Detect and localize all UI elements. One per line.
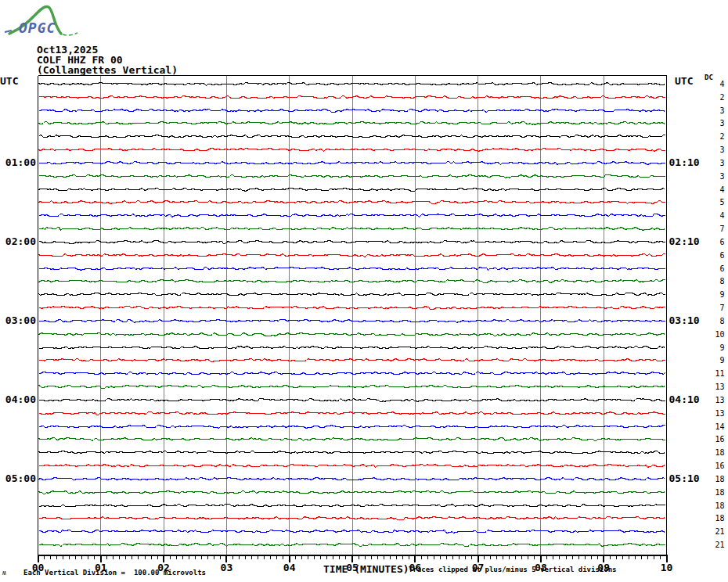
- dc-value: 14: [715, 422, 724, 431]
- helicorder-plot: 0001020304050607080910423323301:0001:103…: [0, 0, 728, 582]
- hour-label-right: 05:10: [669, 472, 700, 484]
- helicorder-page: OPGC Oct13,2025 COLF HHZ FR 00 (Collange…: [0, 0, 728, 582]
- dc-value: 18: [715, 448, 724, 457]
- dc-value: 6: [719, 251, 724, 260]
- x-tick-label: 10: [661, 562, 673, 573]
- x-tick-label: 03: [221, 562, 233, 573]
- dc-value: 13: [715, 383, 724, 391]
- time-axis-title: TIME (MINUTES): [323, 564, 409, 574]
- dc-value: 18: [715, 514, 724, 523]
- dc-value: 3: [719, 159, 724, 167]
- mini-waveform-glyph: ʍ: [2, 570, 6, 577]
- hour-label-left: 03:00: [5, 314, 36, 326]
- dc-value: 2: [719, 93, 724, 102]
- dc-value: 11: [715, 369, 724, 378]
- x-tick-label: 04: [283, 562, 296, 573]
- scale-note: Each Vertical Division = 100.00 microvol…: [23, 569, 206, 577]
- hour-label-left: 04:00: [5, 393, 36, 405]
- dc-value: 16: [715, 462, 724, 470]
- dc-value: 4: [719, 185, 724, 194]
- hour-label-left: 02:00: [5, 235, 36, 247]
- dc-value: 3: [719, 119, 724, 128]
- dc-value: 10: [715, 330, 724, 339]
- dc-value: 6: [719, 238, 724, 246]
- dc-value: 4: [719, 80, 724, 88]
- dc-value: 16: [715, 435, 724, 444]
- dc-value: 9: [719, 356, 724, 365]
- dc-value: 18: [715, 475, 724, 483]
- hour-label-right: 01:10: [669, 156, 700, 168]
- hour-label-left: 01:00: [5, 156, 36, 168]
- hour-label-right: 02:10: [669, 235, 700, 247]
- dc-value: 21: [715, 527, 724, 536]
- dc-value: 13: [715, 396, 724, 404]
- dc-value: 3: [719, 146, 724, 154]
- clip-note: Traces clipped at plus/minus 5 vertical …: [409, 566, 617, 573]
- dc-value: 8: [719, 317, 724, 325]
- dc-value: 13: [715, 409, 724, 418]
- dc-value: 9: [719, 290, 724, 299]
- dc-value: 4: [719, 211, 724, 220]
- dc-value: 3: [719, 172, 724, 181]
- dc-value: 9: [719, 343, 724, 352]
- dc-value: 3: [719, 106, 724, 115]
- dc-value: 5: [719, 198, 724, 207]
- dc-value: 8: [719, 277, 724, 286]
- hour-label-right: 04:10: [669, 393, 700, 405]
- dc-value: 2: [719, 132, 724, 141]
- hour-label-right: 03:10: [669, 314, 700, 326]
- dc-value: 7: [719, 304, 724, 312]
- dc-value: 21: [715, 541, 724, 549]
- dc-value: 18: [715, 488, 724, 497]
- dc-value: 6: [719, 264, 724, 273]
- dc-value: 18: [715, 501, 724, 510]
- hour-label-left: 05:00: [5, 472, 36, 484]
- dc-value: 7: [719, 225, 724, 233]
